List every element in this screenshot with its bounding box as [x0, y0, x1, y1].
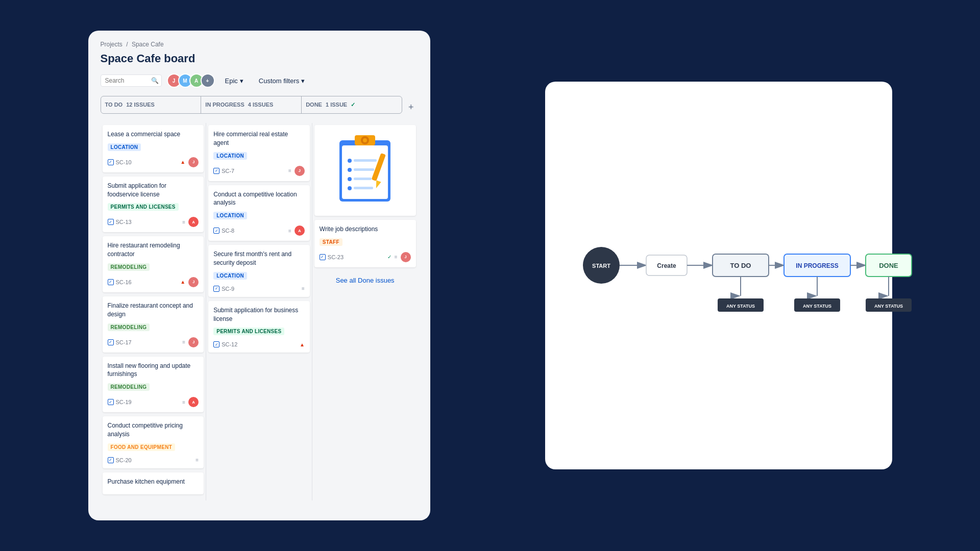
search-box[interactable]: 🔍 — [101, 74, 162, 87]
svg-rect-8 — [354, 159, 377, 162]
todo-card-sc17[interactable]: Finalize restaurant concept and design R… — [103, 296, 204, 353]
svg-point-7 — [348, 159, 352, 163]
card-tag: FOOD AND EQUIPMENT — [108, 443, 176, 451]
priority-icon: ≡ — [195, 457, 199, 463]
avatar-group: J M A + — [167, 73, 215, 88]
svg-point-11 — [348, 177, 352, 181]
card-tag: REMODELING — [108, 383, 150, 391]
card-id: SC-16 — [108, 279, 132, 285]
inprogress-card-sc9[interactable]: Secure first month's rent and security d… — [208, 245, 310, 297]
card-title: Hire commercial real estate agent — [213, 130, 305, 147]
checkbox-icon — [213, 168, 219, 174]
epic-filter-button[interactable]: Epic ▾ — [220, 74, 249, 87]
card-tag: LOCATION — [213, 212, 247, 219]
card-title: Lease a commercial space — [108, 130, 199, 139]
checkbox-icon — [108, 457, 114, 463]
priority-icon: ≡ — [182, 339, 185, 345]
todo-column-header: TO DO 12 ISSUES — [101, 96, 201, 113]
card-footer: SC-23 ✓ ≡ J — [320, 252, 411, 262]
priority-icon: ▲ — [180, 159, 185, 165]
column-headers: TO DO 12 ISSUES IN PROGRESS 4 ISSUES DON… — [101, 96, 402, 114]
svg-rect-14 — [354, 187, 373, 189]
priority-icon: ≡ — [288, 168, 291, 173]
epic-chevron-icon: ▾ — [240, 77, 243, 85]
custom-filter-label: Custom filters — [259, 77, 299, 85]
card-tag: LOCATION — [108, 143, 141, 151]
card-title: Conduct competitive pricing analysis — [108, 421, 199, 439]
card-title: Purchase kitchen equipment — [108, 478, 199, 486]
card-title: Write job descriptions — [320, 225, 411, 234]
card-tag: PERMITS AND LICENSES — [108, 203, 179, 211]
svg-rect-1 — [342, 145, 388, 199]
todo-card-sc20[interactable]: Conduct competitive pricing analysis FOO… — [103, 416, 204, 468]
checkbox-icon — [108, 159, 114, 165]
card-id: SC-7 — [213, 168, 234, 174]
card-meta: ✓ ≡ J — [387, 252, 411, 262]
svg-point-9 — [348, 168, 352, 172]
card-avatar: A — [188, 397, 199, 407]
custom-filter-chevron-icon: ▾ — [301, 77, 305, 85]
workflow-diagram: START Create TO DO IN PROGRESS DONE — [571, 199, 867, 352]
svg-text:TO DO: TO DO — [730, 262, 751, 269]
svg-text:ANY STATUS: ANY STATUS — [802, 304, 831, 309]
search-input[interactable] — [105, 77, 151, 84]
card-title: Secure first month's rent and security d… — [213, 250, 305, 267]
card-meta: ≡ — [302, 286, 305, 291]
todo-card-sc19[interactable]: Install new flooring and update furnishi… — [103, 357, 204, 413]
search-icon: 🔍 — [151, 77, 159, 84]
checkbox-icon — [213, 228, 219, 234]
clipboard-svg — [334, 130, 396, 207]
inprogress-card-sc7[interactable]: Hire commercial real estate agent LOCATI… — [208, 125, 310, 181]
card-meta: ≡ A — [182, 397, 199, 407]
todo-card-sc13[interactable]: Submit application for foodservice licen… — [103, 177, 204, 233]
card-id: SC-23 — [320, 254, 344, 260]
card-avatar: A — [295, 226, 305, 236]
card-id: SC-9 — [213, 286, 234, 292]
right-panel: START Create TO DO IN PROGRESS DONE — [545, 82, 892, 469]
card-avatar: J — [295, 166, 305, 176]
breadcrumb-space-cafe[interactable]: Space Cafe — [132, 41, 164, 48]
card-meta: ≡ J — [288, 166, 305, 176]
card-id: SC-17 — [108, 339, 132, 345]
inprogress-card-sc8[interactable]: Conduct a competitive location analysis … — [208, 185, 310, 241]
avatar-4[interactable]: + — [201, 73, 215, 88]
todo-card-sc10[interactable]: Lease a commercial space LOCATION SC-10 … — [103, 125, 204, 172]
breadcrumb-projects[interactable]: Projects — [101, 41, 122, 48]
svg-text:Create: Create — [657, 262, 676, 269]
priority-icon: ≡ — [182, 219, 185, 225]
checkbox-icon — [213, 286, 219, 292]
custom-filter-button[interactable]: Custom filters ▾ — [254, 74, 310, 87]
card-id: SC-13 — [108, 219, 132, 225]
card-meta: ≡ J — [182, 337, 199, 347]
breadcrumb: Projects / Space Cafe — [101, 41, 418, 48]
inprogress-column-body: Hire commercial real estate agent LOCATI… — [206, 123, 312, 500]
see-all-done-button[interactable]: See all Done issues — [314, 271, 416, 289]
priority-icon: ≡ — [302, 286, 305, 291]
card-id: SC-20 — [108, 457, 132, 463]
svg-text:START: START — [592, 263, 610, 269]
svg-text:IN PROGRESS: IN PROGRESS — [796, 262, 838, 269]
checkbox-icon — [108, 279, 114, 285]
card-footer: SC-19 ≡ A — [108, 397, 199, 407]
svg-point-13 — [348, 186, 352, 190]
board-title: Space Cafe board — [101, 52, 418, 65]
card-meta: ≡ — [195, 457, 199, 463]
columns-body: Lease a commercial space LOCATION SC-10 … — [101, 123, 418, 500]
card-tag: REMODELING — [108, 323, 150, 331]
card-tag: LOCATION — [213, 152, 247, 160]
todo-card-purchase[interactable]: Purchase kitchen equipment — [103, 472, 204, 494]
card-avatar: J — [188, 337, 199, 347]
card-footer: SC-7 ≡ J — [213, 166, 305, 176]
priority-icon: ▲ — [180, 279, 185, 285]
checkbox-icon — [108, 339, 114, 345]
add-column-button[interactable]: + — [404, 100, 418, 115]
inprogress-card-sc12[interactable]: Submit application for business license … — [208, 301, 310, 353]
card-tag: REMODELING — [108, 263, 150, 271]
done-card-sc23[interactable]: Write job descriptions STAFF SC-23 ✓ ≡ J — [314, 220, 416, 267]
card-avatar: J — [188, 277, 199, 287]
card-title: Finalize restaurant concept and design — [108, 302, 199, 319]
todo-card-sc16[interactable]: Hire restaurant remodeling contractor RE… — [103, 236, 204, 292]
checkbox-icon — [213, 341, 219, 347]
svg-rect-10 — [354, 168, 374, 171]
epic-filter-label: Epic — [225, 77, 238, 85]
